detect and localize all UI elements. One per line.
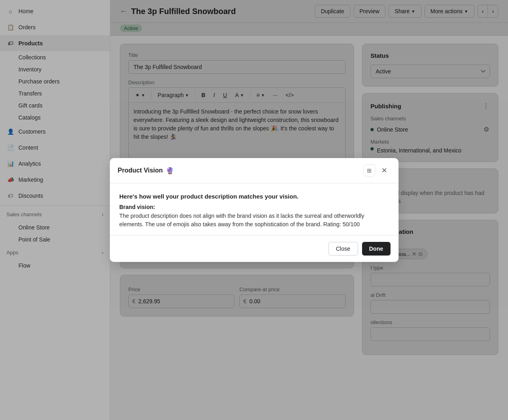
modal-body: Here's how well your product description… xyxy=(110,183,399,235)
product-vision-modal: Product Vision 🔮 ⊞ ✕ Here's how well you… xyxy=(110,158,399,262)
modal-done-button[interactable]: Done xyxy=(362,242,391,256)
modal-title: Product Vision 🔮 xyxy=(118,167,174,174)
modal-brand-vision-label: Brand vision: xyxy=(119,204,389,210)
modal-cancel-button[interactable]: Close xyxy=(328,242,358,256)
modal-heading: Here's how well your product description… xyxy=(119,193,389,200)
modal-footer: Close Done xyxy=(110,235,399,262)
modal-header-actions: ⊞ ✕ xyxy=(363,164,391,177)
modal-header: Product Vision 🔮 ⊞ ✕ xyxy=(110,158,399,183)
modal-grid-button[interactable]: ⊞ xyxy=(363,164,375,177)
main-content: ← The 3p Fulfilled Snowboard Duplicate P… xyxy=(110,0,508,420)
modal-title-emoji: 🔮 xyxy=(166,167,174,174)
modal-overlay: Product Vision 🔮 ⊞ ✕ Here's how well you… xyxy=(110,0,508,420)
modal-close-button[interactable]: ✕ xyxy=(378,164,391,177)
modal-title-text: Product Vision xyxy=(118,167,163,174)
modal-brand-vision-text: The product description does not align w… xyxy=(119,212,389,229)
